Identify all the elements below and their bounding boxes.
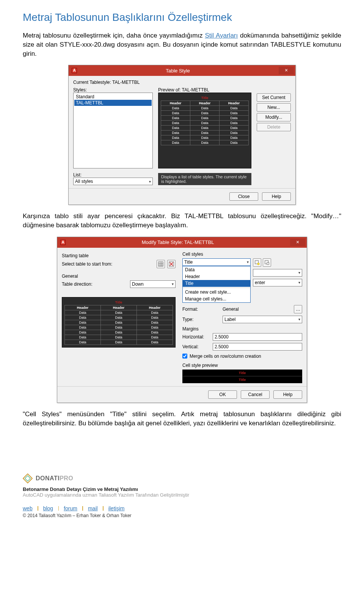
- preview-title-cell: Title: [161, 95, 249, 101]
- preview2-data: Data: [65, 310, 101, 315]
- grid-remove-icon: [169, 261, 174, 267]
- donatipro-logo-text: DONATIPRO: [36, 475, 73, 482]
- current-tablestyle-label: Current Tablestyle: TAL-METTBL: [73, 80, 291, 85]
- manage-cell-icon: [264, 260, 270, 265]
- page-footer: DONATIPRO Betonarme Donatı Detayı Çizim …: [23, 473, 341, 518]
- cell-option-data[interactable]: Data: [183, 266, 250, 273]
- merge-cells-label: Merge cells on row/column creation: [190, 354, 261, 359]
- cell-styles-label: Cell styles: [182, 252, 302, 257]
- new-cellstyle-icon-button[interactable]: [253, 258, 261, 267]
- color-combo-partial[interactable]: enter▾: [253, 279, 302, 286]
- alignment-combo-partial[interactable]: ▾: [253, 269, 302, 277]
- footer-link-mail[interactable]: mail: [88, 505, 98, 511]
- grid-icon: [158, 261, 163, 267]
- chevron-down-icon: ▾: [149, 179, 151, 184]
- list-filter-combo[interactable]: All styles ▾: [73, 178, 153, 185]
- svg-marker-12: [23, 474, 32, 483]
- cell-option-manage[interactable]: Manage cell styles...: [183, 296, 250, 302]
- app-icon: A: [60, 240, 66, 245]
- table-style-dialog: A Table Style × Current Tablestyle: TAL-…: [68, 65, 296, 205]
- select-table-icon-button[interactable]: [157, 260, 165, 268]
- paragraph-3: "Cell Styles" menüsünden "Title" stilini…: [23, 410, 341, 428]
- cell-option-header[interactable]: Header: [183, 273, 250, 280]
- cell-option-create[interactable]: Create new cell style...: [183, 289, 250, 296]
- set-current-button[interactable]: Set Current: [257, 93, 291, 102]
- footer-subtitle-2: AutoCAD uygulamalarında uzman Taliasoft …: [23, 492, 341, 498]
- select-table-label: Select table to start from:: [62, 261, 154, 267]
- remove-table-icon-button[interactable]: [167, 260, 176, 268]
- general-label: General: [62, 274, 176, 279]
- table-preview-2: Title HeaderHeaderHeader DataDataData Da…: [62, 297, 176, 348]
- cell-preview-row2: Title: [183, 376, 302, 383]
- dialog-titlebar: A Table Style ×: [69, 65, 295, 76]
- margins-label: Margins: [182, 326, 302, 332]
- help-button[interactable]: Help: [273, 390, 302, 399]
- footer-subtitle-1: Betonarme Donatı Detayı Çizim ve Metraj …: [23, 486, 341, 492]
- vertical-input[interactable]: [213, 343, 302, 351]
- modify-button[interactable]: Modify...: [257, 113, 291, 121]
- manage-cellstyle-icon-button[interactable]: [263, 258, 271, 267]
- style-item-standard[interactable]: Standard: [74, 94, 152, 100]
- delete-button[interactable]: Delete: [257, 123, 291, 131]
- dialog2-titlebar: A Modify Table Style: TAL-METTBL ×: [57, 237, 307, 248]
- preview-label: Preview of: TAL-METTBL: [158, 87, 251, 93]
- close-icon[interactable]: ×: [290, 239, 305, 246]
- format-ellipsis-button[interactable]: …: [294, 305, 302, 313]
- svg-marker-13: [25, 475, 30, 481]
- brand-part2: PRO: [60, 475, 73, 481]
- list-label: List:: [73, 172, 153, 178]
- starting-table-label: Starting table: [62, 253, 176, 258]
- merge-cells-input[interactable]: [182, 354, 187, 359]
- ok-button[interactable]: OK: [208, 390, 237, 399]
- styles-label: Styles:: [73, 87, 153, 93]
- page-heading: Metraj Tablosunun Başlıklarını Özelleşti…: [23, 11, 341, 24]
- stil-ayarlari-link[interactable]: Stil Ayarları: [205, 32, 238, 39]
- horizontal-input[interactable]: [213, 333, 302, 341]
- type-value: Label: [224, 317, 235, 322]
- vertical-label: Vertical:: [182, 344, 210, 349]
- merge-cells-checkbox[interactable]: Merge cells on row/column creation: [182, 354, 302, 359]
- cell-style-dropdown[interactable]: Data Header Title Create new cell style.…: [182, 266, 251, 303]
- table-direction-value: Down: [132, 282, 144, 287]
- footer-link-blog[interactable]: blog: [43, 505, 53, 511]
- close-icon[interactable]: ×: [279, 67, 294, 74]
- app-icon: A: [72, 68, 77, 73]
- chevron-down-icon: ▾: [298, 271, 300, 275]
- footer-link-iletisim[interactable]: iletişim: [108, 505, 125, 511]
- list-filter-value: All styles: [75, 179, 93, 184]
- type-combo[interactable]: Label ▾: [223, 316, 302, 323]
- chevron-down-icon: ▾: [298, 317, 300, 321]
- cancel-button[interactable]: Cancel: [241, 390, 270, 399]
- svg-rect-0: [158, 262, 163, 266]
- close-button[interactable]: Close: [229, 192, 258, 201]
- table-direction-label: Table direction:: [62, 282, 128, 287]
- footer-links: web blog forum mail iletişim: [23, 505, 341, 511]
- svg-point-9: [257, 263, 259, 265]
- chevron-down-icon: ▾: [298, 280, 300, 285]
- para1-pre: Metraj tablosunu özelleştirmek için, dah…: [23, 32, 205, 39]
- cell-style-preview: Title Title: [182, 370, 302, 383]
- cell-style-combo[interactable]: Title ▾: [182, 258, 251, 266]
- preview2-title: Title: [64, 300, 173, 305]
- cell-preview-row1: Title: [183, 370, 302, 377]
- help-button[interactable]: Help: [262, 192, 291, 201]
- style-item-talmettbl[interactable]: TAL-METTBL: [74, 100, 152, 106]
- format-label: Format:: [182, 307, 220, 312]
- cell-option-title[interactable]: Title: [183, 280, 250, 287]
- preview2-header: Header: [65, 305, 101, 310]
- paragraph-1: Metraj tablosunu özelleştirmek için, dah…: [23, 31, 341, 58]
- donatipro-logo-icon: [23, 473, 33, 483]
- footer-link-web[interactable]: web: [23, 505, 33, 511]
- preview-header: Header: [161, 101, 190, 106]
- modify-table-style-dialog: A Modify Table Style: TAL-METTBL × Start…: [57, 237, 307, 403]
- horizontal-label: Horizontal:: [182, 334, 210, 340]
- table-preview: Title HeaderHeaderHeader DataDataData Da…: [158, 93, 251, 168]
- table-direction-combo[interactable]: Down ▾: [130, 280, 176, 288]
- footer-link-forum[interactable]: forum: [64, 505, 77, 511]
- enter-label: enter: [255, 280, 265, 285]
- new-button[interactable]: New...: [257, 103, 291, 112]
- styles-listbox[interactable]: Standard TAL-METTBL: [73, 93, 153, 168]
- footer-copyright: © 2014 Taliasoft Yazılım – Erhan Toker &…: [23, 513, 341, 518]
- cell-style-combo-value: Title: [184, 260, 193, 265]
- preview-data: Data: [161, 106, 190, 111]
